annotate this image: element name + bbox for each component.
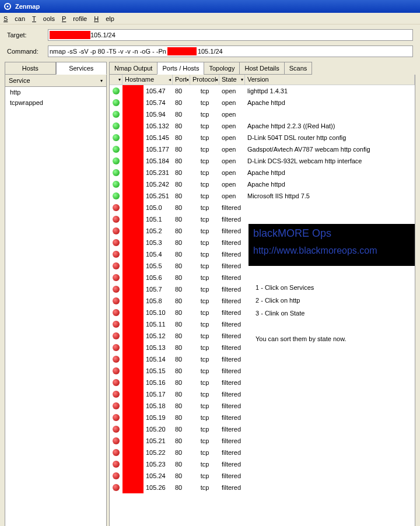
table-row[interactable]: 105.2380tcpfiltered [110,458,415,470]
status-cell [110,414,123,421]
status-dot-red-icon [113,367,120,374]
table-row[interactable]: 105.9480tcpopen [110,108,415,120]
target-input[interactable]: 105.1/24 [48,29,413,41]
redacted-host-prefix [123,190,144,202]
menu-tools[interactable]: Tools [32,15,55,22]
table-row[interactable]: 105.25180tcpopenMicrosoft IIS httpd 7.5 [110,190,415,202]
col-version[interactable]: Version [245,75,415,85]
port-cell: 80 [173,99,190,106]
table-row[interactable]: 105.180tcpfiltered [110,213,415,225]
status-cell [110,157,123,164]
hostname-cell: 105.251 [144,192,173,199]
table-row[interactable]: 105.14580tcpopenD-Link 504T DSL router h… [110,132,415,143]
table-row[interactable]: 105.4780tcpopenlighttpd 1.4.31 [110,85,415,97]
title-bar: Zenmap [0,0,420,13]
menu-scan[interactable]: Scan [4,15,25,22]
status-cell [110,402,123,409]
protocol-cell: tcp [190,216,219,223]
table-row[interactable]: 105.2680tcpfiltered [110,482,415,493]
tab-hosts[interactable]: Hosts [5,62,56,75]
redacted-host-prefix [123,353,144,365]
sidebar-header[interactable]: Service ▾ [5,75,107,87]
instruction-line: 3 - Clink on State [256,307,407,320]
status-cell [110,484,123,491]
annotation-title: blackMORE Ops [253,227,410,240]
status-dot-green-icon [113,157,120,164]
protocol-cell: tcp [190,461,219,468]
table-row[interactable]: 105.1880tcpfiltered [110,400,415,412]
hostname-cell: 105.23 [144,461,173,468]
port-cell: 80 [173,344,190,351]
state-cell: open [219,134,245,141]
command-prefix: nmap -sS -sV -p 80 -T5 -v -v -n -oG - -P… [50,48,166,55]
state-cell: filtered [219,286,245,293]
status-cell [110,379,123,386]
protocol-cell: tcp [190,356,219,363]
tab-scans[interactable]: Scans [284,62,313,75]
table-row[interactable]: 105.13280tcpopenApache httpd 2.2.3 ((Red… [110,120,415,132]
redacted-host-prefix [123,248,144,260]
table-row[interactable]: 105.23180tcpopenApache httpd [110,167,415,178]
protocol-cell: tcp [190,122,219,129]
tab-topology[interactable]: Topology [204,62,240,75]
status-dot-red-icon [113,332,120,339]
hostname-cell: 105.24 [144,472,173,479]
tab-ports-hosts[interactable]: Ports / Hosts [157,62,204,75]
port-cell: 80 [173,157,190,164]
state-cell: filtered [219,461,245,468]
table-row[interactable]: 105.17780tcpopenGadspot/Avtech AV787 web… [110,143,415,155]
col-state[interactable]: State▾ [219,75,245,85]
protocol-cell: tcp [190,309,219,316]
state-cell: filtered [219,251,245,258]
table-row[interactable]: 105.1580tcpfiltered [110,365,415,377]
state-cell: filtered [219,309,245,316]
col-port[interactable]: Port◂ [173,75,190,85]
chevron-down-icon: ▾ [100,78,103,83]
state-cell: open [219,99,245,106]
table-row[interactable]: 105.7480tcpopenApache httpd [110,97,415,108]
port-cell: 80 [173,356,190,363]
menu-help[interactable]: Help [94,15,114,22]
instruction-line [256,320,407,332]
tab-services[interactable]: Services [56,62,107,75]
tab-host-details[interactable]: Host Details [239,62,284,75]
table-row[interactable]: 105.2180tcpfiltered [110,435,415,447]
table-row[interactable]: 105.080tcpfiltered [110,202,415,213]
state-cell: filtered [219,379,245,386]
redacted-host-prefix [123,470,144,482]
redacted-host-prefix [123,423,144,435]
table-row[interactable]: 105.18480tcpopenD-Link DCS-932L webcam h… [110,155,415,167]
hostname-cell: 105.184 [144,157,173,164]
menu-profile[interactable]: Profile [62,15,87,22]
table-row[interactable]: 105.1980tcpfiltered [110,412,415,423]
state-cell: open [219,87,245,94]
port-cell: 80 [173,122,190,129]
table-row[interactable]: 105.1780tcpfiltered [110,388,415,400]
hostname-cell: 105.18 [144,402,173,409]
service-item-http[interactable]: http [5,87,106,97]
redacted-host-prefix [123,120,144,132]
port-cell: 80 [173,192,190,199]
col-status[interactable]: ▾ [110,75,123,85]
table-row[interactable]: 105.2480tcpfiltered [110,470,415,482]
tab-nmap-output[interactable]: Nmap Output [109,62,158,75]
service-item-tcpwrapped[interactable]: tcpwrapped [5,97,106,108]
table-row[interactable]: 105.2080tcpfiltered [110,423,415,435]
col-hostname[interactable]: Hostname◂ [123,75,173,85]
status-cell [110,297,123,304]
table-row[interactable]: 105.1480tcpfiltered [110,353,415,365]
redacted-host-prefix [123,225,144,237]
app-icon [4,2,12,10]
command-input[interactable]: nmap -sS -sV -p 80 -T5 -v -v -n -oG - -P… [48,45,413,57]
table-row[interactable]: 105.24280tcpopenApache httpd [110,178,415,190]
port-cell: 80 [173,379,190,386]
hostname-cell: 105.20 [144,426,173,433]
col-protocol[interactable]: Protocol◂ [190,75,219,85]
status-dot-red-icon [113,472,120,479]
table-row[interactable]: 105.1680tcpfiltered [110,377,415,388]
port-cell: 80 [173,181,190,188]
redacted-host-prefix [123,400,144,412]
protocol-cell: tcp [190,181,219,188]
table-row[interactable]: 105.2280tcpfiltered [110,447,415,458]
redacted-host-prefix [123,260,144,272]
